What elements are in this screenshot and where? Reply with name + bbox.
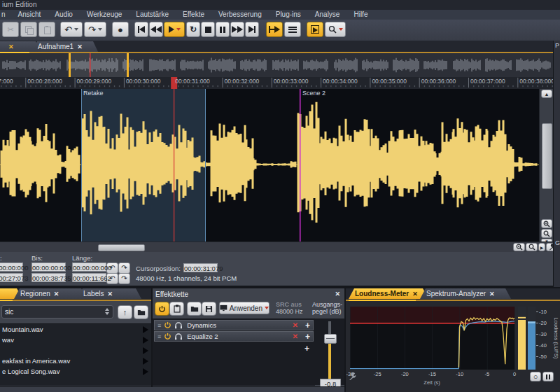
pause-button[interactable] bbox=[216, 22, 230, 37]
playback-follow-button[interactable] bbox=[266, 22, 283, 37]
spinner-icon[interactable] bbox=[105, 308, 109, 315]
horizontal-scrollbar[interactable]: ▶ bbox=[0, 241, 560, 252]
menu-item-plugins[interactable]: Plug-ins bbox=[269, 10, 308, 20]
close-icon[interactable]: ✕ bbox=[8, 43, 14, 50]
add-effect-icon[interactable]: + bbox=[305, 321, 310, 330]
undo-button[interactable]: ↶ bbox=[60, 22, 83, 37]
record-button[interactable]: ● bbox=[112, 22, 129, 37]
close-icon[interactable]: ✕ bbox=[412, 290, 418, 298]
cursor-position-value[interactable]: 00:00:31:079 bbox=[183, 263, 218, 272]
fader-handle[interactable] bbox=[324, 334, 337, 344]
reset-meter-button[interactable]: ○ bbox=[530, 372, 541, 382]
scrollbar-thumb[interactable] bbox=[542, 123, 552, 189]
cut-button[interactable]: ✂ bbox=[2, 22, 19, 37]
document-tab-aufnahme1[interactable]: Aufnahme1✕ bbox=[32, 41, 98, 52]
menu-item-ansicht[interactable]: Ansicht bbox=[11, 10, 48, 20]
event-list-button[interactable] bbox=[284, 22, 301, 37]
zoom-menu-button[interactable]: ▶ bbox=[538, 243, 545, 251]
bottom-resize-strip[interactable] bbox=[0, 386, 344, 392]
chain-power-button[interactable] bbox=[155, 302, 169, 316]
dock-tab-top[interactable]: P bbox=[555, 42, 559, 49]
stop-button[interactable] bbox=[201, 22, 215, 37]
redo-selection-button[interactable]: ↷ bbox=[118, 262, 130, 274]
zoom-out-button[interactable] bbox=[526, 243, 538, 251]
menu-item-effekte[interactable]: Effekte bbox=[176, 10, 211, 20]
menu-item-n[interactable]: n bbox=[0, 10, 11, 20]
hscrollbar-thumb[interactable] bbox=[98, 244, 145, 251]
drag-handle-icon[interactable]: ≡ bbox=[158, 322, 161, 329]
magnify-tool-button[interactable] bbox=[325, 22, 346, 37]
panel-tab-spektrum-analyzer[interactable]: Spektrum-Analyzer✕ bbox=[420, 288, 511, 299]
file-list-item[interactable]: Mountain.wav bbox=[0, 324, 151, 335]
paste-button[interactable] bbox=[38, 22, 55, 37]
overview-waveform-strip[interactable] bbox=[0, 53, 553, 77]
new-chain-button[interactable] bbox=[169, 302, 184, 316]
menu-item-lautstrke[interactable]: Lautstärke bbox=[129, 10, 176, 20]
settings-wrench-button[interactable] bbox=[348, 372, 356, 381]
add-effect-button[interactable]: + bbox=[153, 342, 315, 355]
panel-tab-labels[interactable]: Labels✕ bbox=[77, 288, 141, 299]
preview-play-icon[interactable] bbox=[143, 326, 148, 333]
fast-forward-button[interactable] bbox=[230, 22, 244, 37]
length-time-field-row2[interactable]: 00:00:11:662 bbox=[72, 273, 106, 282]
folder-select[interactable]: sic bbox=[1, 305, 113, 318]
to-time-field-row2[interactable]: 00:00:38:735 bbox=[31, 273, 66, 282]
zoom-in-button[interactable] bbox=[513, 243, 525, 251]
menu-item-hilfe[interactable]: Hilfe bbox=[346, 10, 374, 20]
copy-button[interactable] bbox=[20, 22, 37, 37]
pause-meter-button[interactable] bbox=[542, 372, 554, 382]
file-list-item[interactable]: e Logical Song.wav bbox=[0, 366, 151, 377]
power-icon[interactable] bbox=[164, 321, 172, 329]
apply-button[interactable]: Anwenden bbox=[219, 302, 270, 314]
effect-row-dynamics[interactable]: ≡Dynamics✕+ bbox=[154, 320, 314, 330]
zoom-in-vertical-button[interactable] bbox=[541, 219, 552, 228]
close-icon[interactable]: ✕ bbox=[107, 290, 113, 298]
redo-button[interactable]: ↷ bbox=[84, 22, 106, 37]
close-icon[interactable]: ✕ bbox=[489, 290, 495, 298]
vertical-scrollbar[interactable]: ▲ ▼ bbox=[539, 89, 553, 241]
to-time-field-row1[interactable]: 00:00:00:000 bbox=[31, 262, 66, 272]
effect-row-equalize2[interactable]: ≡Equalize 2✕+ bbox=[154, 331, 314, 342]
open-chain-button[interactable] bbox=[187, 302, 202, 316]
play-button[interactable] bbox=[164, 22, 185, 37]
close-icon[interactable]: ✕ bbox=[335, 290, 340, 298]
panel-tab-regionen[interactable]: Regionen✕ bbox=[14, 288, 87, 299]
add-effect-icon[interactable]: + bbox=[305, 332, 310, 342]
menu-item-audio[interactable]: Audio bbox=[48, 10, 80, 20]
drag-handle-icon[interactable]: ≡ bbox=[158, 333, 161, 340]
up-folder-button[interactable]: ↑ bbox=[118, 305, 132, 319]
file-list-item[interactable] bbox=[0, 345, 151, 356]
preview-play-icon[interactable] bbox=[143, 358, 148, 365]
close-icon[interactable]: ✕ bbox=[77, 43, 83, 50]
file-list-item[interactable]: eakfast in America.wav bbox=[0, 356, 151, 366]
headphones-icon[interactable] bbox=[174, 321, 183, 329]
length-time-field-row1[interactable]: 00:00:00:000 bbox=[72, 262, 106, 272]
go-to-end-button[interactable] bbox=[245, 22, 259, 37]
preview-play-icon[interactable] bbox=[143, 347, 148, 354]
remove-effect-icon[interactable]: ✕ bbox=[293, 321, 298, 329]
from-time-field-row2[interactable]: 00:00:27:073 bbox=[0, 273, 23, 282]
loop-playback-button[interactable]: ↻ bbox=[186, 22, 200, 37]
scroll-up-button[interactable]: ▲ bbox=[541, 90, 552, 98]
menu-item-werkzeuge[interactable]: Werkzeuge bbox=[80, 10, 129, 20]
headphones-icon[interactable] bbox=[174, 332, 183, 340]
chevron-down-icon[interactable] bbox=[265, 307, 269, 309]
edit-tool-button[interactable] bbox=[307, 22, 323, 37]
from-time-field-row1[interactable]: 00:00:00:000 bbox=[0, 262, 23, 272]
zoom-out-vertical-button[interactable] bbox=[541, 229, 552, 238]
remove-effect-icon[interactable]: ✕ bbox=[293, 332, 298, 340]
power-icon[interactable] bbox=[164, 332, 172, 340]
save-chain-button[interactable] bbox=[202, 302, 216, 316]
menu-item-verbesserung[interactable]: Verbesserung bbox=[211, 10, 269, 20]
rewind-button[interactable] bbox=[149, 22, 163, 37]
file-list-item[interactable]: wav bbox=[0, 335, 151, 345]
go-to-start-button[interactable] bbox=[134, 22, 148, 37]
main-waveform[interactable]: RetakeScene 2 bbox=[0, 89, 539, 241]
right-dock-strip[interactable]: P G bbox=[553, 41, 560, 287]
close-icon[interactable]: ✕ bbox=[54, 290, 59, 298]
redo-selection2-button[interactable]: ↷ bbox=[118, 273, 130, 284]
menu-item-analyse[interactable]: Analyse bbox=[308, 10, 347, 20]
preview-play-icon[interactable] bbox=[143, 368, 148, 375]
time-ruler[interactable]: 00:00:27:00000:00:28:00000:00:29:00000:0… bbox=[0, 77, 553, 89]
panel-tab-loudness-meter[interactable]: Loudness-Meter✕ bbox=[349, 288, 428, 299]
